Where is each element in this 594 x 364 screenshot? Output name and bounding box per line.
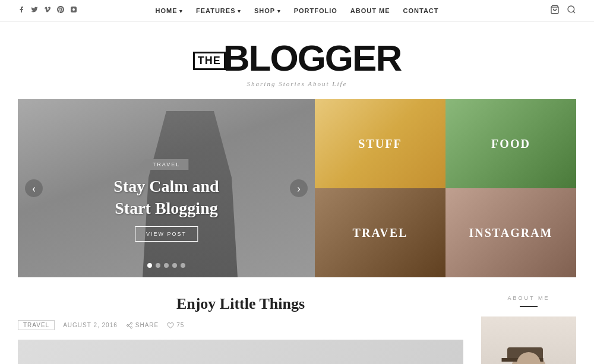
sidebar-portrait — [481, 316, 576, 364]
instagram-link[interactable] — [70, 6, 77, 15]
share-button[interactable]: SHARE — [126, 322, 159, 329]
dot-2[interactable] — [156, 263, 160, 268]
stuff-label: Stuff — [358, 137, 402, 151]
the-box: THE — [193, 52, 226, 71]
facebook-link[interactable] — [18, 6, 25, 15]
nav-features[interactable]: FEATURES — [196, 7, 241, 14]
sidebar-divider — [520, 306, 538, 307]
search-icon[interactable] — [567, 5, 576, 17]
svg-point-7 — [130, 327, 132, 328]
svg-line-4 — [573, 11, 575, 13]
grid-cell-instagram[interactable]: Instagram — [446, 188, 576, 277]
slide-content: TRAVEL Stay Calm andStart Blogging VIEW … — [113, 159, 219, 242]
site-header: THEBLOGGER Sharing Stories About Life — [0, 22, 594, 99]
grid-cell-travel[interactable]: Travel — [315, 188, 446, 277]
grid-cell-food[interactable]: Food — [446, 99, 576, 188]
dot-5[interactable] — [181, 263, 185, 268]
nav-about[interactable]: ABOUT ME — [350, 7, 390, 14]
view-post-button[interactable]: VIEW POST — [135, 226, 198, 242]
nav-contact[interactable]: CONTACT — [403, 7, 439, 14]
post-category[interactable]: TRAVEL — [18, 320, 55, 330]
vimeo-link[interactable] — [44, 6, 51, 15]
social-links — [18, 6, 77, 15]
cart-icon[interactable] — [550, 5, 560, 17]
svg-point-3 — [568, 6, 574, 12]
grid-cell-stuff[interactable]: Stuff — [315, 99, 446, 188]
svg-line-9 — [128, 324, 130, 325]
slider-next-button[interactable]: › — [290, 179, 308, 197]
post-date: AUGUST 2, 2016 — [63, 322, 118, 328]
food-label: Food — [491, 137, 530, 151]
travel-label: Travel — [353, 226, 408, 240]
main-nav: HOME FEATURES SHOP PORTFOLIO ABOUT ME CO… — [0, 0, 594, 22]
hat-brim — [502, 358, 544, 362]
nav-shop[interactable]: SHOP — [254, 7, 281, 14]
pinterest-link[interactable] — [57, 6, 64, 15]
main-layout: Enjoy Little Things TRAVEL AUGUST 2, 201… — [18, 295, 576, 364]
dot-4[interactable] — [172, 263, 177, 268]
about-me-title: ABOUT ME — [481, 295, 576, 301]
share-label: SHARE — [135, 322, 159, 328]
nav-utilities — [550, 5, 576, 17]
slider-prev-button[interactable]: ‹ — [25, 179, 43, 197]
featured-slider: ‹ › TRAVEL Stay Calm andStart Blogging V… — [18, 99, 315, 277]
post-title: Enjoy Little Things — [18, 295, 463, 313]
dot-1[interactable] — [147, 263, 152, 268]
category-grid: Stuff Food Travel Instagram — [315, 99, 576, 277]
nav-home[interactable]: HOME — [155, 7, 183, 14]
slide-category: TRAVEL — [144, 159, 188, 170]
svg-point-5 — [130, 322, 132, 324]
slide-title: Stay Calm andStart Blogging — [113, 176, 219, 219]
hat-shape — [507, 347, 543, 359]
site-tagline: Sharing Stories About Life — [0, 80, 594, 87]
svg-point-6 — [127, 324, 128, 326]
site-logo: THEBLOGGER — [0, 40, 594, 77]
nav-menu: HOME FEATURES SHOP PORTFOLIO ABOUT ME CO… — [155, 6, 438, 15]
dot-3[interactable] — [164, 263, 169, 268]
nav-portfolio[interactable]: PORTFOLIO — [294, 7, 337, 14]
like-button[interactable]: 75 — [167, 322, 184, 329]
twitter-link[interactable] — [31, 6, 38, 15]
post-meta: TRAVEL AUGUST 2, 2016 SHARE 75 — [18, 320, 463, 330]
blogger-text: BLOGGER — [223, 37, 401, 78]
slide-dots — [147, 263, 185, 268]
likes-count: 75 — [176, 322, 184, 328]
sidebar: ABOUT ME — [481, 295, 576, 364]
featured-section: ‹ › TRAVEL Stay Calm andStart Blogging V… — [18, 99, 576, 277]
content-area: Enjoy Little Things TRAVEL AUGUST 2, 201… — [18, 295, 463, 364]
instagram-label: Instagram — [469, 226, 553, 240]
svg-line-8 — [128, 325, 130, 327]
post-thumbnail — [18, 340, 463, 364]
